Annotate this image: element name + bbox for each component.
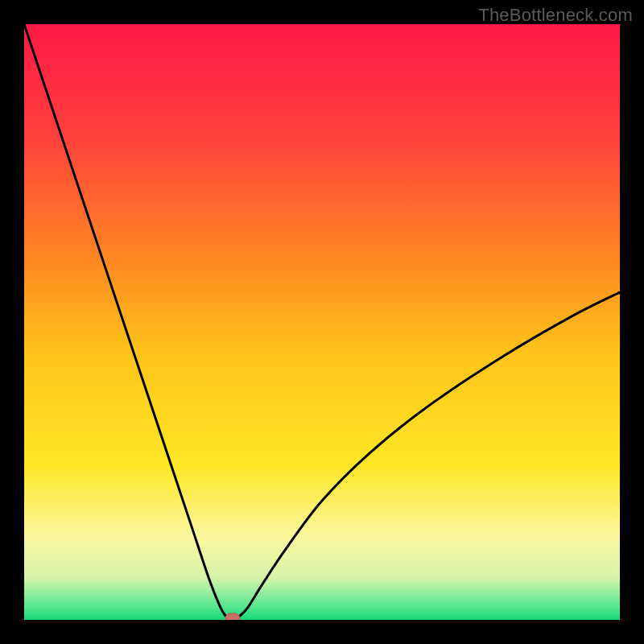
chart-frame: TheBottleneck.com (0, 0, 644, 644)
minimum-marker (225, 613, 240, 620)
chart-svg (24, 24, 620, 620)
gradient-background (24, 24, 620, 620)
watermark-text: TheBottleneck.com (478, 5, 633, 26)
plot-area (24, 24, 620, 620)
